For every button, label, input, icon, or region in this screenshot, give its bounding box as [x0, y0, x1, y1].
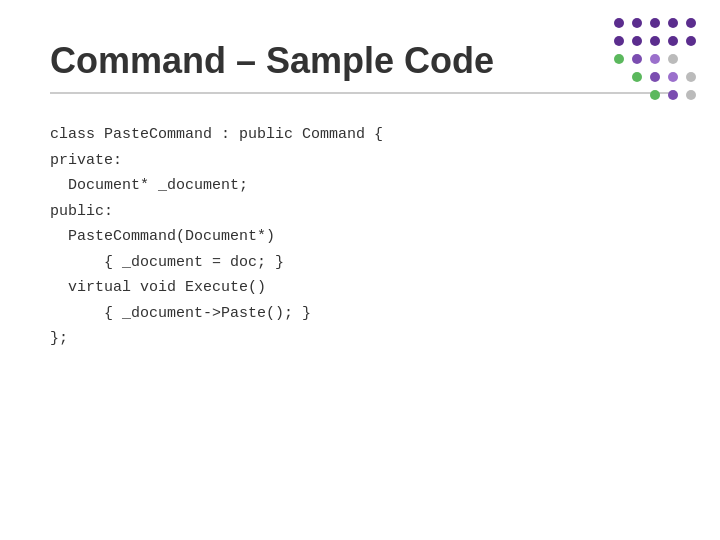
- dot: [632, 18, 642, 28]
- dot: [686, 90, 696, 100]
- code-line-9: };: [50, 330, 68, 347]
- dot: [686, 18, 696, 28]
- dot: [650, 36, 660, 46]
- decoration-dots: [614, 18, 700, 104]
- dot: [686, 72, 696, 82]
- slide-title: Command – Sample Code: [50, 40, 670, 94]
- code-line-8: { _document->Paste(); }: [50, 305, 311, 322]
- dot: [632, 90, 642, 100]
- dot: [632, 36, 642, 46]
- dot: [668, 18, 678, 28]
- dot: [650, 54, 660, 64]
- dot: [686, 36, 696, 46]
- dot: [632, 72, 642, 82]
- dot: [650, 72, 660, 82]
- code-block: class PasteCommand : public Command { pr…: [50, 122, 670, 352]
- dot: [668, 72, 678, 82]
- code-line-3: Document* _document;: [50, 177, 248, 194]
- code-line-5: PasteCommand(Document*): [50, 228, 275, 245]
- dot: [668, 54, 678, 64]
- dot: [686, 54, 696, 64]
- dot: [614, 54, 624, 64]
- code-line-2: private:: [50, 152, 122, 169]
- dot: [614, 90, 624, 100]
- dot: [614, 18, 624, 28]
- code-line-1: class PasteCommand : public Command {: [50, 126, 383, 143]
- dot: [668, 36, 678, 46]
- code-line-4: public:: [50, 203, 113, 220]
- dot: [614, 72, 624, 82]
- dot: [650, 90, 660, 100]
- dot: [650, 18, 660, 28]
- slide: Command – Sample Code class PasteCommand…: [0, 0, 720, 540]
- code-line-7: virtual void Execute(): [50, 279, 266, 296]
- code-line-6: { _document = doc; }: [50, 254, 284, 271]
- dot: [614, 36, 624, 46]
- dot: [668, 90, 678, 100]
- dot: [632, 54, 642, 64]
